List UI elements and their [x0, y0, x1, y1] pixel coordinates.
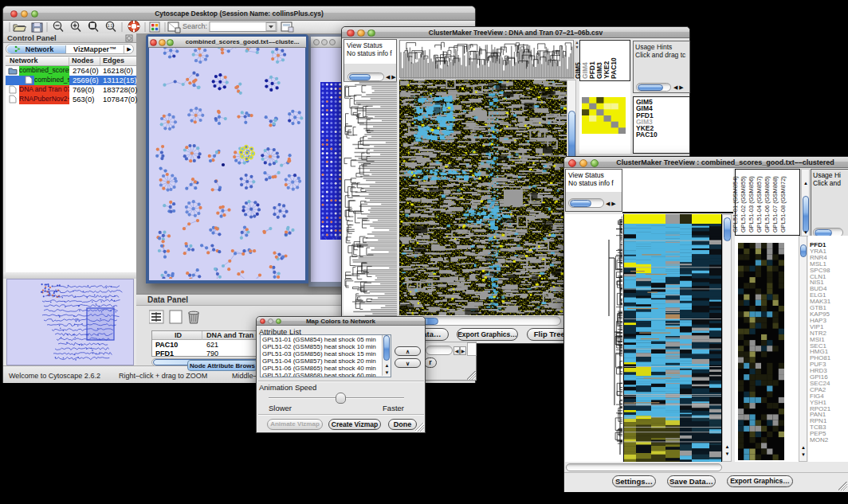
- svg-text:1:1: 1:1: [108, 23, 113, 28]
- svg-text:Search:: Search:: [183, 22, 207, 30]
